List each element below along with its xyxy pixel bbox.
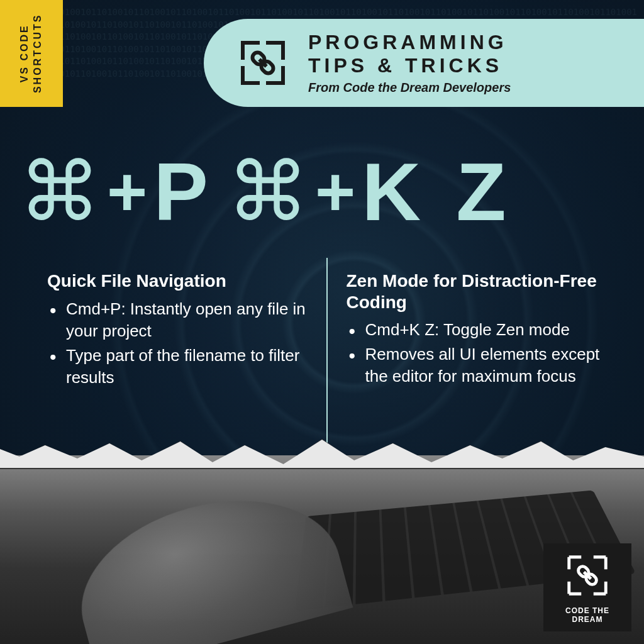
brand-logo-text: CODE THE DREAM xyxy=(551,606,624,624)
shortcut-left: ⌘ + P xyxy=(19,151,214,233)
list-item: Type part of the filename to filter resu… xyxy=(66,345,308,389)
hand-silhouette xyxy=(62,474,353,644)
header-subtitle: From Code the Dream Developers xyxy=(308,80,511,95)
shortcut-right: ⌘ + K Z xyxy=(227,151,513,233)
column-right: Zen Mode for Distraction-Free Coding Cmd… xyxy=(328,270,613,465)
tab-line-2: SHORTCUTS xyxy=(32,14,43,94)
plus-icon: + xyxy=(315,157,355,226)
column-left: Quick File Navigation Cmd+P: Instantly o… xyxy=(47,270,326,465)
list-item: Cmd+P: Instantly open any file in your p… xyxy=(66,298,308,342)
right-column-list: Cmd+K Z: Toggle Zen mode Removes all UI … xyxy=(347,319,607,387)
command-key-icon: ⌘ xyxy=(227,151,309,233)
header-title: PROGRAMMING TIPS & TRICKS xyxy=(308,31,511,77)
link-icon xyxy=(235,35,291,91)
command-key-icon: ⌘ xyxy=(19,151,101,233)
list-item: Removes all UI elements except the edito… xyxy=(365,343,607,387)
header-pill: PROGRAMMING TIPS & TRICKS From Code the … xyxy=(204,19,644,107)
left-column-list: Cmd+P: Instantly open any file in your p… xyxy=(47,298,308,389)
plus-icon: + xyxy=(107,157,147,226)
key-kz: K Z xyxy=(362,151,512,233)
link-icon xyxy=(562,551,613,600)
key-p: P xyxy=(153,151,214,233)
left-column-title: Quick File Navigation xyxy=(47,270,308,292)
tips-columns: Quick File Navigation Cmd+P: Instantly o… xyxy=(47,270,613,465)
header-text-block: PROGRAMMING TIPS & TRICKS From Code the … xyxy=(308,31,511,96)
list-item: Cmd+K Z: Toggle Zen mode xyxy=(365,319,607,341)
shortcuts-row: ⌘ + P ⌘ + K Z xyxy=(19,151,625,233)
category-tab-text: VS CODE SHORTCUTS xyxy=(18,14,45,94)
right-column-title: Zen Mode for Distraction-Free Coding xyxy=(347,270,607,313)
brand-logo: CODE THE DREAM xyxy=(543,543,631,631)
tab-line-1: VS CODE xyxy=(19,25,30,83)
category-tab: VS CODE SHORTCUTS xyxy=(0,0,63,107)
